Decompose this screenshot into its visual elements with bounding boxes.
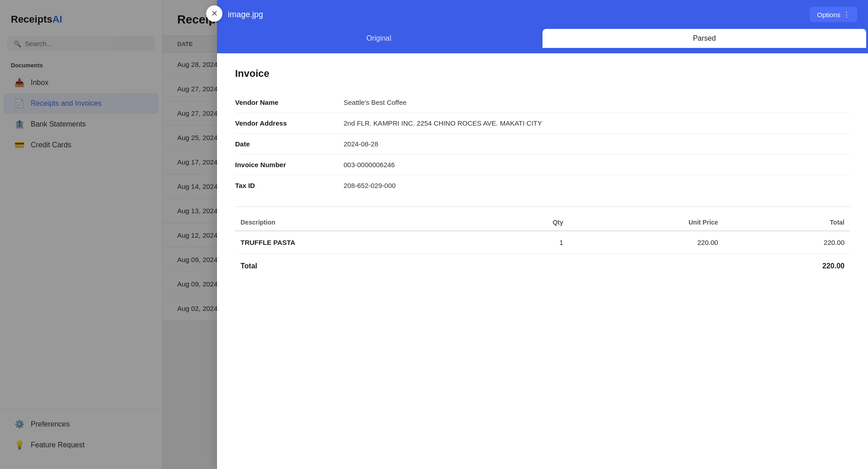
options-label: Options (817, 11, 840, 19)
invoice-field-vendor-name: Vendor Name Seattle's Best Coffee (235, 92, 850, 113)
total-label: Total (235, 254, 486, 279)
item-unit-price: 220.00 (569, 231, 724, 254)
invoice-field-date: Date 2024-08-28 (235, 134, 850, 155)
field-label: Invoice Number (235, 161, 344, 169)
modal-panel: image.jpg Options ⋮ Original Parsed Invo… (217, 0, 868, 469)
line-item-row: TRUFFLE PASTA 1 220.00 220.00 (235, 231, 850, 254)
col-qty: Qty (486, 214, 569, 231)
field-label: Tax ID (235, 182, 344, 189)
item-description: TRUFFLE PASTA (235, 231, 486, 254)
line-items-header: Description Qty Unit Price Total (235, 214, 850, 231)
total-empty-qty (486, 254, 569, 279)
field-value: 003-0000006246 (344, 161, 850, 169)
close-icon: ✕ (211, 9, 218, 19)
more-icon: ⋮ (843, 10, 850, 19)
invoice-field-tax-id: Tax ID 208-652-029-000 (235, 175, 850, 196)
modal-body: Invoice Vendor Name Seattle's Best Coffe… (217, 53, 868, 469)
field-value: Seattle's Best Coffee (344, 98, 850, 106)
modal-header: image.jpg Options ⋮ (217, 0, 868, 29)
tab-original-label: Original (366, 34, 391, 42)
field-value: 2nd FLR. KAMPRI INC. 2254 CHINO ROCES AV… (344, 119, 850, 127)
invoice-field-invoice-number: Invoice Number 003-0000006246 (235, 155, 850, 175)
tab-original[interactable]: Original (217, 29, 541, 48)
options-button[interactable]: Options ⋮ (810, 7, 857, 22)
close-button[interactable]: ✕ (206, 5, 222, 22)
modal-tabs: Original Parsed (217, 29, 868, 53)
total-empty-price (569, 254, 724, 279)
field-label: Vendor Name (235, 98, 344, 106)
invoice-field-vendor-address: Vendor Address 2nd FLR. KAMPRI INC. 2254… (235, 113, 850, 134)
total-value: 220.00 (723, 254, 850, 279)
invoice-divider (235, 206, 850, 207)
col-description: Description (235, 214, 486, 231)
field-value: 2024-08-28 (344, 140, 850, 148)
item-qty: 1 (486, 231, 569, 254)
item-total: 220.00 (723, 231, 850, 254)
field-value: 208-652-029-000 (344, 182, 850, 189)
total-row: Total 220.00 (235, 254, 850, 279)
col-total: Total (723, 214, 850, 231)
tab-parsed-label: Parsed (693, 34, 716, 42)
field-label: Date (235, 140, 344, 148)
tab-parsed[interactable]: Parsed (542, 29, 866, 48)
modal-filename: image.jpg (228, 10, 810, 19)
line-items-table: Description Qty Unit Price Total TRUFFLE… (235, 214, 850, 278)
col-unit-price: Unit Price (569, 214, 724, 231)
field-label: Vendor Address (235, 119, 344, 127)
invoice-title: Invoice (235, 68, 850, 80)
